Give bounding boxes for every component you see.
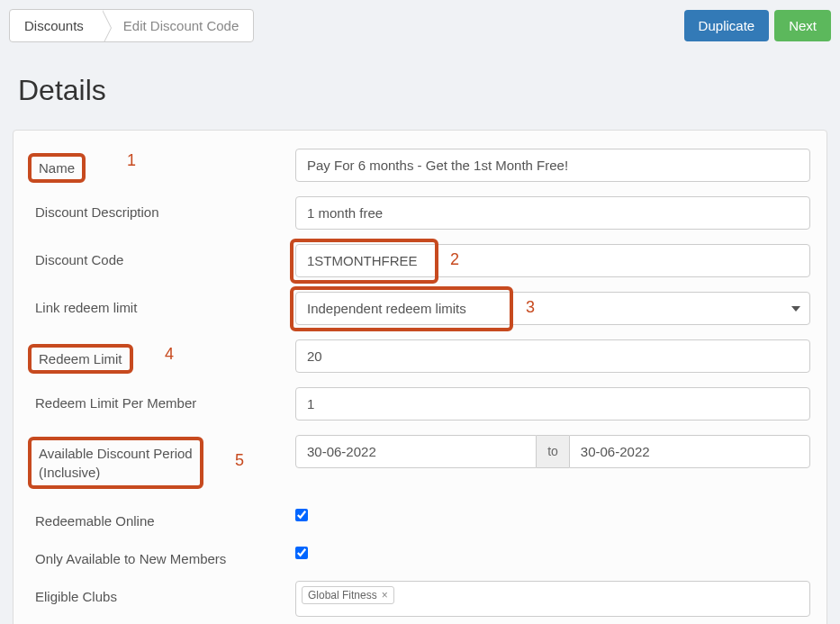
label-redeem-limit: Redeem Limit [28, 344, 133, 374]
club-tag-label: Global Fitness [308, 589, 377, 601]
name-input[interactable] [295, 149, 810, 182]
page-title: Details [18, 74, 831, 107]
label-only-new-members: Only Available to New Members [35, 551, 226, 566]
breadcrumb: Discounts Edit Discount Code [9, 9, 254, 42]
label-eligible-clubs: Eligible Clubs [35, 589, 117, 604]
redeem-limit-member-input[interactable] [295, 387, 810, 421]
date-separator: to [537, 435, 569, 468]
redeem-limit-input[interactable] [295, 339, 810, 373]
label-redeemable-online: Redeemable Online [35, 513, 155, 529]
label-redeem-limit-member: Redeem Limit Per Member [35, 395, 196, 411]
eligible-clubs-input[interactable]: Global Fitness × [295, 581, 810, 617]
breadcrumb-discounts[interactable]: Discounts [10, 10, 102, 41]
label-description: Discount Description [35, 204, 159, 220]
breadcrumb-edit-discount: Edit Discount Code [102, 10, 253, 41]
annotation-4: 4 [165, 345, 174, 364]
date-from-input[interactable] [295, 435, 537, 468]
description-input[interactable] [295, 196, 810, 230]
label-code: Discount Code [35, 252, 123, 267]
details-panel: Name 1 Discount Description Discount Cod… [13, 130, 827, 624]
annotation-3: 3 [526, 298, 535, 317]
label-name: Name [28, 153, 86, 183]
code-input[interactable] [295, 244, 810, 277]
annotation-5: 5 [235, 451, 244, 470]
annotation-1: 1 [127, 151, 136, 170]
label-link-redeem-limit: Link redeem limit [35, 300, 137, 315]
link-redeem-limit-select[interactable]: Independent redeem limits [295, 292, 810, 325]
duplicate-button[interactable]: Duplicate [684, 10, 770, 41]
label-available-period: Available Discount Period (Inclusive) [28, 437, 203, 489]
club-tag-remove-icon[interactable]: × [382, 589, 388, 601]
date-to-input[interactable] [569, 435, 810, 468]
club-tag: Global Fitness × [302, 586, 394, 604]
only-new-members-checkbox[interactable] [295, 547, 308, 559]
next-button[interactable]: Next [774, 10, 831, 41]
redeemable-online-checkbox[interactable] [295, 509, 308, 521]
annotation-2: 2 [450, 250, 459, 269]
